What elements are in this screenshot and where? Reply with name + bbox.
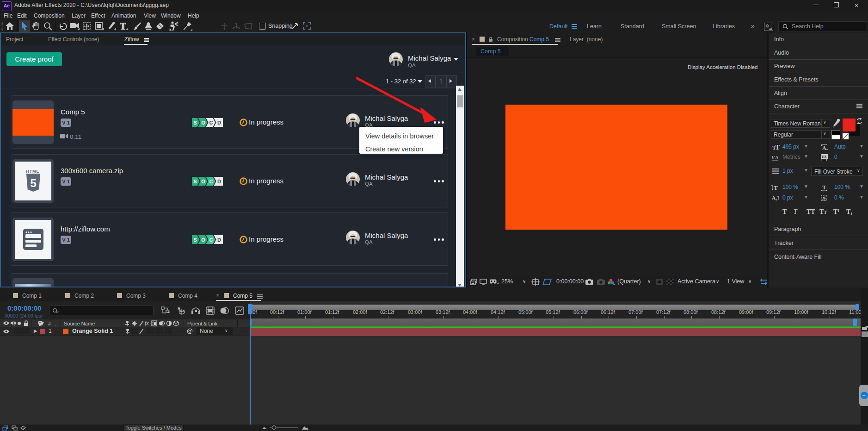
- svg-text:C: C: [209, 179, 213, 184]
- svg-text:S: S: [193, 237, 197, 243]
- svg-text:V: V: [771, 155, 775, 160]
- svg-text:a: a: [776, 197, 777, 201]
- svg-text:T: T: [774, 184, 778, 191]
- svg-text:あ: あ: [822, 196, 827, 201]
- svg-text:VA: VA: [821, 155, 827, 159]
- svg-text:T: T: [775, 144, 780, 150]
- svg-text:C: C: [209, 120, 213, 125]
- svg-text:C: C: [209, 237, 213, 243]
- svg-text:S: S: [193, 120, 197, 125]
- svg-text:O: O: [201, 237, 205, 243]
- svg-text:D: D: [217, 120, 221, 125]
- svg-text:A: A: [775, 155, 779, 160]
- svg-text:D: D: [217, 179, 221, 184]
- svg-text:O: O: [201, 120, 205, 125]
- svg-text:T: T: [822, 184, 826, 191]
- svg-text:D: D: [217, 237, 221, 243]
- svg-text:S: S: [193, 179, 197, 184]
- svg-text:5: 5: [30, 177, 37, 189]
- svg-text:O: O: [201, 179, 205, 184]
- svg-text:A: A: [772, 195, 776, 200]
